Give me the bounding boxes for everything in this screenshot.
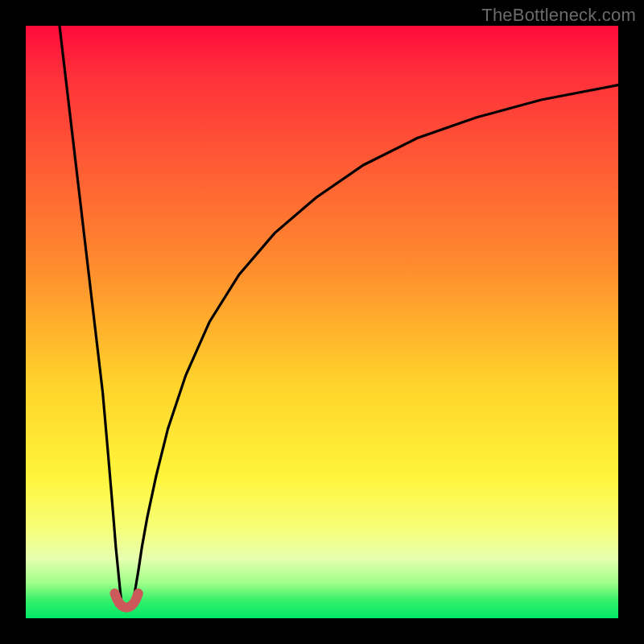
gradient-plot-area — [26, 26, 618, 618]
curve-left-branch — [60, 26, 122, 599]
chart-frame: TheBottleneck.com — [0, 0, 644, 644]
watermark-text: TheBottleneck.com — [481, 5, 636, 26]
curve-layer — [26, 26, 618, 618]
curve-dip-marker — [114, 593, 138, 608]
curve-right-branch — [134, 85, 618, 600]
